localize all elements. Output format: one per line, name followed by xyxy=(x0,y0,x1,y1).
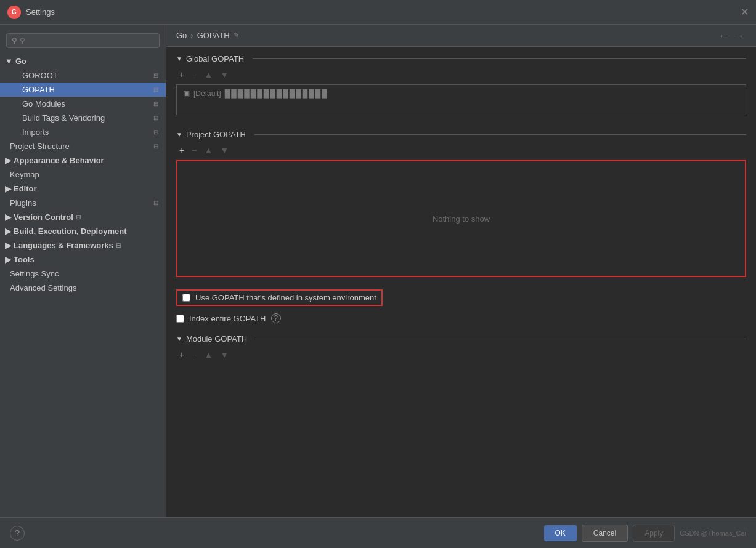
project-gopath-arrow[interactable]: ▼ xyxy=(176,131,182,138)
global-up-button[interactable]: ▲ xyxy=(201,68,216,81)
project-gopath-empty-list: Nothing to show xyxy=(176,160,746,277)
project-remove-button[interactable]: − xyxy=(189,144,200,156)
project-gopath-toolbar: + − ▲ ▼ xyxy=(176,144,746,156)
global-down-button[interactable]: ▼ xyxy=(217,68,232,81)
sidebar-item-gomodules-label: Go Modules xyxy=(22,99,65,108)
global-gopath-toolbar: + − ▲ ▼ xyxy=(176,68,746,81)
collapse-arrow-go: ▼ xyxy=(5,57,13,66)
content-area: Go › GOPATH ✎ ← → ▼ Global GOPATH + − ▲ … xyxy=(166,25,756,517)
module-gopath-arrow[interactable]: ▼ xyxy=(176,336,182,342)
sidebar-item-build[interactable]: ▶ Build, Execution, Deployment xyxy=(0,224,166,238)
project-down-button[interactable]: ▼ xyxy=(217,144,232,156)
default-badge: [Default] xyxy=(193,89,221,98)
ok-button[interactable]: OK xyxy=(544,525,577,541)
title-bar: G Settings ✕ xyxy=(0,0,756,25)
module-add-button[interactable]: + xyxy=(176,349,187,361)
module-gopath-divider xyxy=(256,339,746,339)
sidebar-item-projectstructure[interactable]: Project Structure ⊟ xyxy=(0,139,166,153)
sidebar-item-keymap[interactable]: Keymap xyxy=(0,167,166,182)
sidebar-item-advancedsettings[interactable]: Advanced Settings xyxy=(0,281,166,295)
global-gopath-section: ▼ Global GOPATH + − ▲ ▼ ▣ [Default] ████… xyxy=(166,47,756,123)
sidebar-item-plugins-label: Plugins xyxy=(10,198,36,208)
expand-arrow-editor: ▶ xyxy=(5,184,11,193)
header-edit-icon: ✎ xyxy=(234,31,239,39)
index-gopath-row: Index entire GOPATH ? xyxy=(176,310,746,327)
sidebar-item-settingssync[interactable]: Settings Sync xyxy=(0,267,166,281)
index-gopath-label[interactable]: Index entire GOPATH xyxy=(189,314,266,323)
title-bar-left: G Settings xyxy=(7,6,55,19)
sidebar-item-tools[interactable]: ▶ Tools xyxy=(0,252,166,267)
project-gopath-label: Project GOPATH xyxy=(186,130,246,139)
sidebar-item-goroot-label: GOROOT xyxy=(22,71,58,80)
project-gopath-divider xyxy=(254,134,746,135)
sidebar-item-build-label: Build, Execution, Deployment xyxy=(14,227,126,236)
global-gopath-label: Global GOPATH xyxy=(186,54,244,63)
index-help-icon[interactable]: ? xyxy=(271,313,281,323)
main-layout: ⚲ ▼ Go GOROOT ⊟ GOPATH ⊟ Go Modules ⊟ Bu… xyxy=(0,25,756,517)
sidebar-item-gopath-label: GOPATH xyxy=(22,85,55,94)
global-gopath-header: ▼ Global GOPATH xyxy=(176,54,746,63)
project-add-button[interactable]: + xyxy=(176,144,187,156)
window-title: Settings xyxy=(26,7,55,17)
sidebar-item-versioncontrol[interactable]: ▶ Version Control ⊟ xyxy=(0,210,166,224)
folder-icon: ▣ xyxy=(183,89,190,98)
sidebar-item-appearance[interactable]: ▶ Appearance & Behavior xyxy=(0,153,166,167)
sidebar-item-settingssync-label: Settings Sync xyxy=(10,269,59,278)
expand-arrow-build: ▶ xyxy=(5,227,11,236)
gomodules-settings-icon: ⊟ xyxy=(153,100,158,107)
project-up-button[interactable]: ▲ xyxy=(201,144,216,156)
sidebar-item-appearance-label: Appearance & Behavior xyxy=(14,156,104,165)
use-gopath-env-label[interactable]: Use GOPATH that's defined in system envi… xyxy=(195,293,376,302)
global-add-button[interactable]: + xyxy=(176,68,187,81)
projectstructure-settings-icon: ⊟ xyxy=(153,143,158,150)
global-gopath-divider xyxy=(253,58,746,59)
module-gopath-toolbar: + − ▲ ▼ xyxy=(176,349,746,361)
sidebar-item-gomodules[interactable]: Go Modules ⊟ xyxy=(0,97,166,111)
gopath-default-item: ▣ [Default] ████████████████ xyxy=(179,87,743,100)
nav-arrows: ← → xyxy=(717,30,746,42)
sidebar: ⚲ ▼ Go GOROOT ⊟ GOPATH ⊟ Go Modules ⊟ Bu… xyxy=(0,25,166,517)
expand-arrow-appearance: ▶ xyxy=(5,156,11,165)
module-down-button[interactable]: ▼ xyxy=(217,349,232,361)
sidebar-item-plugins[interactable]: Plugins ⊟ xyxy=(0,196,166,210)
nav-forward-button[interactable]: → xyxy=(733,30,746,42)
expand-arrow-languages: ▶ xyxy=(5,241,11,250)
sidebar-item-versioncontrol-label: Version Control xyxy=(14,212,73,222)
bottom-bar: ? OK Cancel Apply CSDN @Thomas_Cai xyxy=(0,517,756,548)
cancel-button[interactable]: Cancel xyxy=(582,525,628,542)
help-button[interactable]: ? xyxy=(10,526,25,541)
action-buttons: OK Cancel Apply CSDN @Thomas_Cai xyxy=(544,525,746,542)
apply-button[interactable]: Apply xyxy=(633,525,675,542)
search-icon: ⚲ xyxy=(12,36,17,45)
project-gopath-annotation-wrapper: 为空 Nothing to show xyxy=(176,160,746,277)
sidebar-item-go[interactable]: ▼ Go xyxy=(0,54,166,68)
sidebar-item-goroot[interactable]: GOROOT ⊟ xyxy=(0,68,166,83)
sidebar-item-gopath[interactable]: GOPATH ⊟ xyxy=(0,83,166,97)
sidebar-item-languages-label: Languages & Frameworks xyxy=(14,241,113,250)
checkboxes-section: 不勾选 Use GOPATH that's defined in system … xyxy=(166,284,756,334)
global-remove-button[interactable]: − xyxy=(189,68,200,81)
watermark: CSDN @Thomas_Cai xyxy=(680,530,746,537)
search-box[interactable]: ⚲ xyxy=(6,33,160,48)
module-gopath-header: ▼ Module GOPATH xyxy=(176,334,746,344)
index-gopath-checkbox[interactable] xyxy=(176,315,184,323)
search-input[interactable] xyxy=(20,36,154,45)
breadcrumb-separator: › xyxy=(190,31,193,40)
global-gopath-arrow[interactable]: ▼ xyxy=(176,55,182,62)
sidebar-item-buildtags-label: Build Tags & Vendoring xyxy=(22,113,105,123)
sidebar-item-buildtags[interactable]: Build Tags & Vendoring ⊟ xyxy=(0,111,166,125)
module-up-button[interactable]: ▲ xyxy=(201,349,216,361)
close-button[interactable]: ✕ xyxy=(741,6,749,18)
global-gopath-list: ▣ [Default] ████████████████ xyxy=(176,84,746,115)
project-gopath-section: ▼ Project GOPATH + − ▲ ▼ 为空 Nothing to s… xyxy=(166,123,756,284)
buildtags-settings-icon: ⊟ xyxy=(153,115,158,121)
sidebar-item-projectstructure-label: Project Structure xyxy=(10,142,70,151)
sidebar-item-imports-label: Imports xyxy=(22,127,49,137)
sidebar-item-editor[interactable]: ▶ Editor xyxy=(0,182,166,196)
use-gopath-env-checkbox[interactable] xyxy=(182,294,190,302)
sidebar-item-imports[interactable]: Imports ⊟ xyxy=(0,125,166,139)
nav-back-button[interactable]: ← xyxy=(717,30,730,42)
module-remove-button[interactable]: − xyxy=(189,349,200,361)
expand-arrow-tools: ▶ xyxy=(5,255,11,264)
sidebar-item-languages[interactable]: ▶ Languages & Frameworks ⊟ xyxy=(0,238,166,252)
